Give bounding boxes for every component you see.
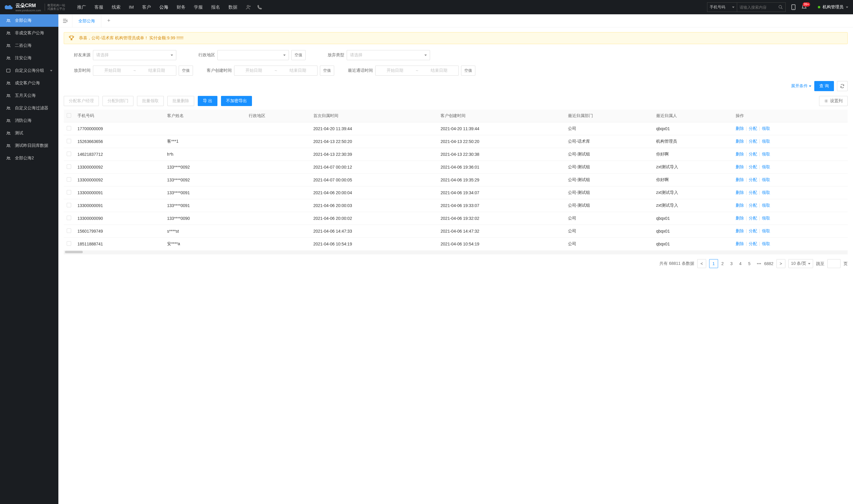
- filter-call-time-empty-button[interactable]: 空值: [461, 66, 475, 76]
- nav-item-2[interactable]: 线索: [112, 4, 121, 10]
- row-assign-button[interactable]: 分配: [749, 126, 757, 131]
- row-delete-button[interactable]: 删除: [736, 203, 744, 208]
- filter-create-time-empty-button[interactable]: 空值: [320, 66, 334, 76]
- sidebar-item-2[interactable]: 二咨公海: [0, 39, 58, 52]
- nav-item-7[interactable]: 学服: [194, 4, 203, 10]
- nav-item-0[interactable]: 推广: [77, 4, 86, 10]
- sidebar-item-8[interactable]: 消防公海: [0, 114, 58, 127]
- filter-abandon-time[interactable]: 开始日期~结束日期: [93, 66, 176, 76]
- row-claim-button[interactable]: 领取: [762, 177, 770, 182]
- page-next-button[interactable]: >: [777, 259, 785, 268]
- search-button[interactable]: [776, 3, 785, 12]
- refresh-button[interactable]: [837, 81, 848, 91]
- assign-dept-button[interactable]: 分配到部门: [103, 96, 133, 106]
- row-assign-button[interactable]: 分配: [749, 164, 757, 169]
- sidebar-item-1[interactable]: 非成交客户公海: [0, 27, 58, 39]
- page-number-5[interactable]: 5: [745, 259, 754, 268]
- row-claim-button[interactable]: 领取: [762, 241, 770, 246]
- nav-item-8[interactable]: 报名: [211, 4, 220, 10]
- filter-call-time[interactable]: 开始日期~结束日期: [375, 66, 459, 76]
- row-delete-button[interactable]: 删除: [736, 190, 744, 195]
- row-checkbox[interactable]: [67, 177, 71, 182]
- search-type-select[interactable]: 手机号码: [707, 3, 737, 12]
- row-assign-button[interactable]: 分配: [749, 216, 757, 220]
- batch-delete-button[interactable]: 批量删除: [167, 96, 194, 106]
- assign-manager-button[interactable]: 分配客户经理: [64, 96, 99, 106]
- nav-item-6[interactable]: 财务: [177, 4, 185, 10]
- filter-create-time[interactable]: 开始日期~结束日期: [234, 66, 317, 76]
- row-delete-button[interactable]: 删除: [736, 241, 744, 246]
- row-assign-button[interactable]: 分配: [749, 190, 757, 195]
- row-assign-button[interactable]: 分配: [749, 229, 757, 233]
- row-claim-button[interactable]: 领取: [762, 126, 770, 131]
- row-claim-button[interactable]: 领取: [762, 151, 770, 156]
- page-number-1[interactable]: 1: [709, 259, 718, 268]
- row-claim-button[interactable]: 领取: [762, 139, 770, 144]
- nav-item-5[interactable]: 公海: [159, 4, 168, 10]
- page-prev-button[interactable]: <: [697, 259, 706, 268]
- user-menu[interactable]: 机构管理员: [818, 4, 848, 10]
- page-jump-input[interactable]: [828, 259, 840, 268]
- page-number-4[interactable]: 4: [736, 259, 745, 268]
- page-number-2[interactable]: 2: [718, 259, 727, 268]
- filter-friend-source[interactable]: 请选择: [93, 50, 176, 60]
- sidebar-item-3[interactable]: 注安公海: [0, 52, 58, 64]
- phone-icon[interactable]: [257, 4, 262, 10]
- bell-icon[interactable]: 99+: [801, 4, 807, 10]
- export-button[interactable]: 导 出: [198, 96, 217, 106]
- sidebar-item-5[interactable]: 成交客户公海: [0, 77, 58, 89]
- sidebar-item-4[interactable]: 自定义公海分组: [0, 64, 58, 77]
- nav-item-1[interactable]: 客服: [94, 4, 103, 10]
- row-delete-button[interactable]: 删除: [736, 151, 744, 156]
- row-claim-button[interactable]: 领取: [762, 190, 770, 195]
- row-checkbox[interactable]: [67, 229, 71, 233]
- sidebar-item-11[interactable]: 全部公海2: [0, 152, 58, 164]
- menu-toggle-icon[interactable]: [62, 18, 69, 24]
- page-size-select[interactable]: 10 条/页: [788, 259, 813, 268]
- row-delete-button[interactable]: 删除: [736, 126, 744, 131]
- sidebar-item-0[interactable]: 全部公海: [0, 14, 58, 27]
- checkbox-all[interactable]: [67, 113, 71, 118]
- tab-all-public[interactable]: 全部公海: [72, 14, 101, 28]
- expand-filters-button[interactable]: 展开条件: [791, 84, 811, 89]
- row-delete-button[interactable]: 删除: [736, 164, 744, 169]
- horizontal-scrollbar[interactable]: [64, 251, 848, 254]
- row-claim-button[interactable]: 领取: [762, 229, 770, 233]
- row-assign-button[interactable]: 分配: [749, 139, 757, 144]
- row-delete-button[interactable]: 删除: [736, 177, 744, 182]
- filter-region-empty-button[interactable]: 空值: [291, 50, 306, 60]
- add-user-icon[interactable]: [246, 4, 251, 10]
- nav-item-3[interactable]: IM: [129, 4, 134, 10]
- filter-region[interactable]: [217, 50, 289, 60]
- sidebar-item-10[interactable]: 测试昨日回库数据: [0, 139, 58, 152]
- row-assign-button[interactable]: 分配: [749, 151, 757, 156]
- row-delete-button[interactable]: 删除: [736, 229, 744, 233]
- row-checkbox[interactable]: [67, 203, 71, 207]
- filter-abandon-time-empty-button[interactable]: 空值: [179, 66, 193, 76]
- tab-add-button[interactable]: +: [101, 18, 116, 24]
- row-assign-button[interactable]: 分配: [749, 241, 757, 246]
- sidebar-item-9[interactable]: 测试: [0, 127, 58, 139]
- filter-abandon-type[interactable]: 请选择: [347, 50, 430, 60]
- row-claim-button[interactable]: 领取: [762, 164, 770, 169]
- tablet-icon[interactable]: [791, 4, 796, 10]
- row-assign-button[interactable]: 分配: [749, 177, 757, 182]
- row-delete-button[interactable]: 删除: [736, 216, 744, 220]
- row-checkbox[interactable]: [67, 164, 71, 169]
- nav-item-9[interactable]: 数据: [229, 4, 237, 10]
- row-claim-button[interactable]: 领取: [762, 203, 770, 208]
- batch-claim-button[interactable]: 批量领取: [137, 96, 164, 106]
- row-checkbox[interactable]: [67, 241, 71, 246]
- page-last[interactable]: 6882: [764, 259, 774, 268]
- row-assign-button[interactable]: 分配: [749, 203, 757, 208]
- sidebar-item-7[interactable]: 自定义公海过滤器: [0, 102, 58, 114]
- set-columns-button[interactable]: 设置列: [819, 96, 848, 106]
- search-input[interactable]: [737, 3, 776, 12]
- export-plain-button[interactable]: 不加密导出: [221, 96, 252, 106]
- row-delete-button[interactable]: 删除: [736, 139, 744, 144]
- query-button[interactable]: 查 询: [814, 81, 834, 91]
- row-checkbox[interactable]: [67, 126, 71, 130]
- row-claim-button[interactable]: 领取: [762, 216, 770, 220]
- nav-item-4[interactable]: 客户: [142, 4, 151, 10]
- row-checkbox[interactable]: [67, 139, 71, 143]
